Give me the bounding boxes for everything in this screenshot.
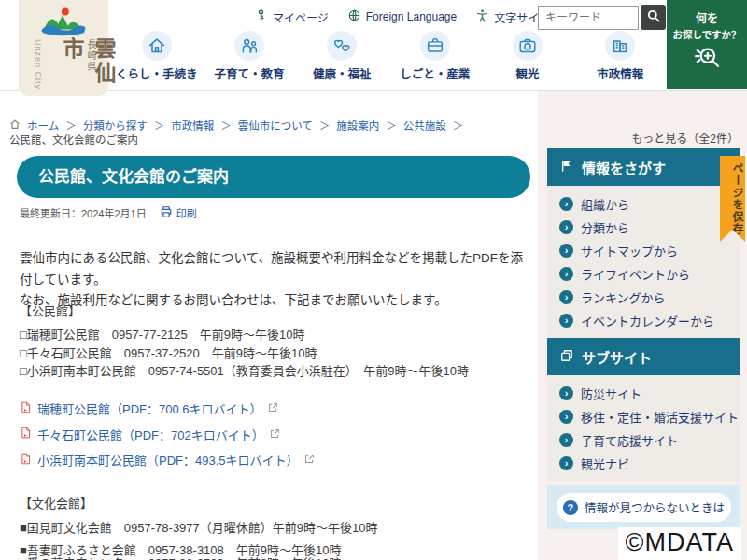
kominkan-heading: 【公民館】 xyxy=(20,303,533,320)
bunkakaikan-row-clipped: ■愛の夢未来センター 0957-36-2500 午前9時〜午後10時 xyxy=(20,555,533,560)
sidebar-header-label: 情報をさがす xyxy=(582,158,666,177)
kominkan-section: 【公民館】 □瑞穂町公民館 0957-77-2125 午前9時〜午後10時 □千… xyxy=(20,303,533,381)
kominkan-row: □小浜町南本町公民館 0957-74-5501（教育委員会小浜駐在） 午前9時〜… xyxy=(20,362,533,381)
external-link-icon xyxy=(270,427,280,441)
chevron-right-icon: › xyxy=(559,433,573,447)
bunkakaikan-section: 【文化会館】 ■国見町文化会館 0957-78-3977（月曜休館）午前9時〜午… xyxy=(20,496,533,560)
page-title: 公民館、文化会館のご案内 xyxy=(17,156,530,198)
print-button[interactable]: 印刷 xyxy=(160,205,197,220)
site-logo[interactable]: 長崎県 雲仙市 Unzen City xyxy=(19,0,108,96)
globe-icon xyxy=(347,8,361,25)
chevron-right-icon: › xyxy=(559,220,573,234)
breadcrumb-link-about[interactable]: 雲仙市について xyxy=(238,119,313,133)
mypage-link[interactable]: マイページ xyxy=(254,8,329,25)
save-page-ribbon[interactable]: ページを保存 xyxy=(720,156,745,242)
pdf-link[interactable]: 千々石町公民館（PDF：702キロバイト） xyxy=(37,426,264,443)
nav-label: しごと・産業 xyxy=(388,64,481,82)
logo-city-english: Unzen City xyxy=(34,39,43,90)
mypage-label: マイページ xyxy=(273,9,329,25)
breadcrumb-link-kokyo[interactable]: 公共施設 xyxy=(403,119,446,133)
nav-label: 子育て・教育 xyxy=(203,64,295,82)
key-icon xyxy=(254,8,268,25)
sidebar-header-subsites: サブサイト xyxy=(547,338,740,375)
sidebar-item-label: イベントカレンダーから xyxy=(581,312,714,329)
nav-item-kosodate[interactable]: 子育て・教育 xyxy=(203,31,295,82)
sidebar-item-lifeevent[interactable]: › ライフイベントから xyxy=(547,262,740,286)
help-box: ? 情報が見つからないときは xyxy=(547,485,740,529)
breadcrumb-separator: ＞ xyxy=(65,119,77,133)
home-icon xyxy=(9,119,21,133)
what-are-you-looking-for-banner[interactable]: 何を お探しですか？ xyxy=(667,0,747,89)
info-not-found-button[interactable]: ? 情報が見つからないときは xyxy=(557,493,731,522)
breadcrumb-separator: ＞ xyxy=(220,119,232,133)
nav-item-kurashi[interactable]: くらし・手続き xyxy=(110,31,203,82)
info-not-found-label: 情報が見つからないときは xyxy=(585,498,725,516)
pdf-link-row: 千々石町公民館（PDF：702キロバイト） xyxy=(20,422,533,448)
global-nav: くらし・手続き 子育て・教育 健康・福祉 しごと・産業 観光 xyxy=(110,31,667,82)
logo-city-name: 雲仙市 xyxy=(56,37,120,96)
sidebar-item-kanko-navi[interactable]: › 観光ナビ xyxy=(547,452,740,475)
breadcrumb: ホーム ＞ 分類から探す ＞ 市政情報 ＞ 雲仙市について ＞ 施設案内 ＞ 公… xyxy=(9,119,537,147)
sidebar-item-label: 防災サイト xyxy=(581,385,641,402)
sidebar-header-label: サブサイト xyxy=(582,347,652,367)
printer-icon xyxy=(160,205,173,220)
breadcrumb-link-home[interactable]: ホーム xyxy=(27,119,59,133)
breadcrumb-link-category[interactable]: 分類から探す xyxy=(83,119,148,133)
chevron-right-icon: › xyxy=(559,386,573,400)
external-link-icon xyxy=(268,401,278,415)
sidebar-item-iju[interactable]: › 移住・定住・婚活支援サイト xyxy=(547,405,740,428)
question-icon: ? xyxy=(563,500,578,515)
breadcrumb-link-shisetsu[interactable]: 施設案内 xyxy=(336,119,379,133)
subsite-list: › 防災サイト › 移住・定住・婚活支援サイト › 子育て応援サイト › 観光ナ… xyxy=(547,375,740,481)
sidebar-item-kosodate-ouen[interactable]: › 子育て応援サイト xyxy=(547,428,740,452)
nav-item-kanko[interactable]: 観光 xyxy=(481,31,573,82)
nav-label: くらし・手続き xyxy=(110,64,203,82)
intro-line1: 雲仙市内にある公民館、文化会館について、施設概要や利用料金などを掲載したPDFを… xyxy=(20,248,533,290)
camera-icon xyxy=(513,31,543,61)
foreign-language-link[interactable]: Foreign Language xyxy=(347,8,457,25)
pdf-link[interactable]: 小浜町南本町公民館（PDF：493.5キロバイト） xyxy=(37,451,299,469)
search-button[interactable] xyxy=(641,5,666,30)
search-input[interactable] xyxy=(538,6,639,30)
breadcrumb-link-shisei[interactable]: 市政情報 xyxy=(171,119,214,133)
search-icon xyxy=(646,8,661,26)
sidebar-item-sitemap[interactable]: › サイトマップから xyxy=(547,239,740,262)
sidebar-item-ranking[interactable]: › ランキングから xyxy=(547,286,740,309)
sidebar-header-find-info: 情報をさがす xyxy=(547,148,740,186)
hearts-icon xyxy=(327,31,357,61)
pdf-file-icon xyxy=(20,426,32,442)
chevron-right-icon: › xyxy=(559,290,573,304)
nav-item-kenko[interactable]: 健康・福祉 xyxy=(296,31,388,82)
sidebar-item-bunrui[interactable]: › 分類から xyxy=(547,216,740,239)
pdf-link[interactable]: 瑞穂町公民館（PDF：700.6キロバイト） xyxy=(37,399,262,417)
building-icon xyxy=(605,31,635,61)
nav-item-shisei[interactable]: 市政情報 xyxy=(574,31,667,82)
see-more-link[interactable]: もっと見る（全2件） xyxy=(547,130,739,146)
breadcrumb-current: 公民館、文化会館のご案内 xyxy=(9,133,138,147)
sidebar-item-label: ランキングから xyxy=(581,288,666,306)
pdf-link-row: 小浜町南本町公民館（PDF：493.5キロバイト） xyxy=(20,447,533,473)
sidebar-item-soshiki[interactable]: › 組織から xyxy=(547,192,740,216)
nav-item-shigoto[interactable]: しごと・産業 xyxy=(388,31,481,82)
chevron-right-icon: › xyxy=(559,410,573,424)
magnifier-plus-icon xyxy=(667,44,747,79)
breadcrumb-separator: ＞ xyxy=(453,119,464,133)
breadcrumb-separator: ＞ xyxy=(319,119,331,133)
sidebar-item-label: 分類から xyxy=(581,218,629,236)
site-search xyxy=(538,5,666,30)
bunkakaikan-row: ■国見町文化会館 0957-78-3977（月曜休館）午前9時〜午後10時 xyxy=(20,520,533,537)
bunkakaikan-heading: 【文化会館】 xyxy=(20,496,533,512)
nav-label: 市政情報 xyxy=(574,64,667,82)
breadcrumb-separator: ＞ xyxy=(386,119,397,133)
banner-line1: 何を xyxy=(667,9,747,25)
sidebar-item-label: サイトマップから xyxy=(581,242,678,259)
nav-label: 観光 xyxy=(481,64,573,82)
flag-icon xyxy=(560,160,573,175)
house-icon xyxy=(142,31,172,61)
sidebar-item-label: ライフイベントから xyxy=(581,265,690,283)
chevron-right-icon: › xyxy=(559,244,573,258)
chevron-right-icon: › xyxy=(559,456,573,470)
sidebar-item-eventcalendar[interactable]: › イベントカレンダーから xyxy=(547,309,740,332)
sidebar-item-bosai[interactable]: › 防災サイト xyxy=(547,382,740,405)
external-link-icon xyxy=(304,453,315,467)
